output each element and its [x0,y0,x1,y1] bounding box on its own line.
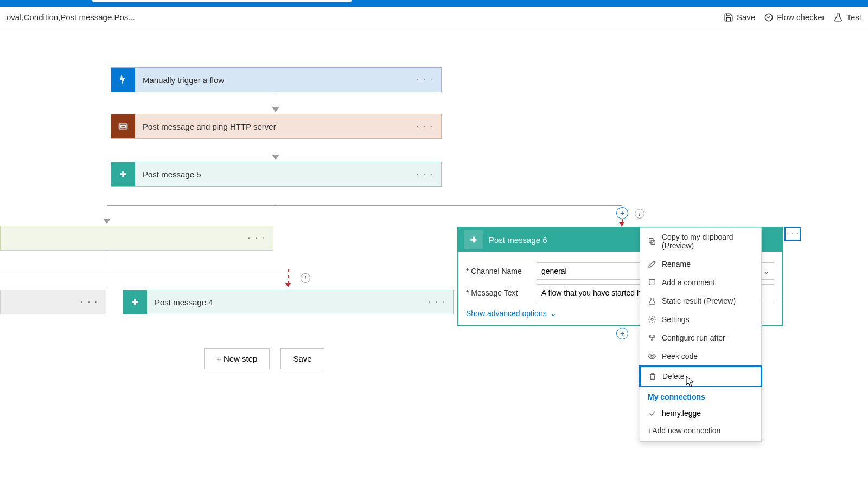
arrow-icon [285,283,291,287]
svg-rect-3 [120,125,125,127]
connector-dashed [288,269,289,284]
scope-icon [111,114,135,138]
pencil-icon [648,260,656,268]
save-icon [724,12,733,22]
test-button[interactable]: Test [833,12,861,22]
connector [276,187,276,205]
branch-icon [648,333,656,342]
eye-icon [648,352,656,361]
slack-icon [464,230,483,249]
menu-add-comment[interactable]: Add a comment [640,273,761,292]
connector [0,269,289,269]
card-pale-menu[interactable]: · · · [248,233,265,243]
svg-point-10 [651,355,653,357]
copy-icon [648,237,656,246]
card-post-message-4[interactable]: Post message 4 · · · [123,290,454,314]
channel-name-label: * Channel Name [466,267,537,275]
card-grey-menu[interactable]: · · · [81,297,98,307]
card-trigger-menu[interactable]: · · · [416,75,433,85]
card-pm5-menu[interactable]: · · · [416,169,433,179]
menu-copy[interactable]: Copy to my clipboard (Preview) [640,228,761,255]
beaker-icon [833,12,843,22]
sub-header: oval,Condition,Post message,Pos... Save … [0,7,868,28]
card-post-message-5[interactable]: Post message 5 · · · [111,162,442,187]
svg-point-7 [649,335,651,337]
save-button[interactable]: Save [724,12,755,22]
menu-configure-run-after[interactable]: Configure run after [640,329,761,347]
card-trigger[interactable]: Manually trigger a flow · · · [111,67,442,92]
card-placeholder[interactable]: · · · [0,290,106,314]
info-icon[interactable]: i [635,209,644,219]
menu-delete[interactable]: Delete [639,365,762,387]
menu-connection-item[interactable]: henry.legge [640,404,761,422]
add-step-button[interactable]: + [616,328,628,339]
svg-point-9 [652,339,653,341]
checker-icon [764,12,774,22]
comment-icon [648,278,656,287]
save-flow-button[interactable]: Save [280,348,324,369]
slack-icon [123,290,147,314]
context-menu: Copy to my clipboard (Preview) Rename Ad… [640,227,762,442]
new-step-button[interactable]: + New step [204,348,270,369]
slack-icon [111,162,135,186]
card-http-menu[interactable]: · · · [416,121,433,131]
connector [107,205,622,206]
connector [107,251,107,269]
menu-my-connections-header: My connections [640,387,761,404]
add-branch-button[interactable]: + [616,207,628,219]
card-condition-branch[interactable]: · · · [0,226,273,251]
trash-icon [648,372,657,381]
breadcrumb: oval,Condition,Post message,Pos... [7,12,135,22]
menu-add-connection[interactable]: +Add new connection [640,422,761,441]
card-pm6-menu-button[interactable]: · · · [784,227,801,241]
menu-rename[interactable]: Rename [640,255,761,273]
search-input[interactable] [92,0,352,2]
svg-point-6 [651,318,653,320]
arrow-icon [104,219,110,224]
arrow-icon [272,107,279,112]
show-advanced-options[interactable]: Show advanced options ⌄ [466,309,557,318]
chevron-down-icon: ⌄ [550,309,557,318]
menu-peek-code[interactable]: Peek code [640,347,761,365]
arrow-icon [619,222,624,227]
menu-static-result[interactable]: Static result (Preview) [640,292,761,310]
beaker-icon [648,297,656,305]
check-icon [648,409,656,418]
menu-settings[interactable]: Settings [640,310,761,329]
info-icon[interactable]: i [301,273,310,283]
connector [107,205,107,220]
card-http[interactable]: Post message and ping HTTP server · · · [111,114,442,139]
message-text-label: * Message Text [466,288,537,297]
connector [276,139,276,156]
card-pm4-menu[interactable]: · · · [428,297,445,307]
flow-checker-button[interactable]: Flow checker [764,12,825,22]
flow-canvas[interactable]: Manually trigger a flow · · · Post messa… [0,28,868,488]
arrow-icon [272,155,279,160]
connector [276,92,276,108]
svg-point-8 [654,335,655,337]
trigger-icon [111,68,135,92]
chevron-down-icon[interactable]: ⌄ [763,266,770,276]
gear-icon [648,315,656,324]
